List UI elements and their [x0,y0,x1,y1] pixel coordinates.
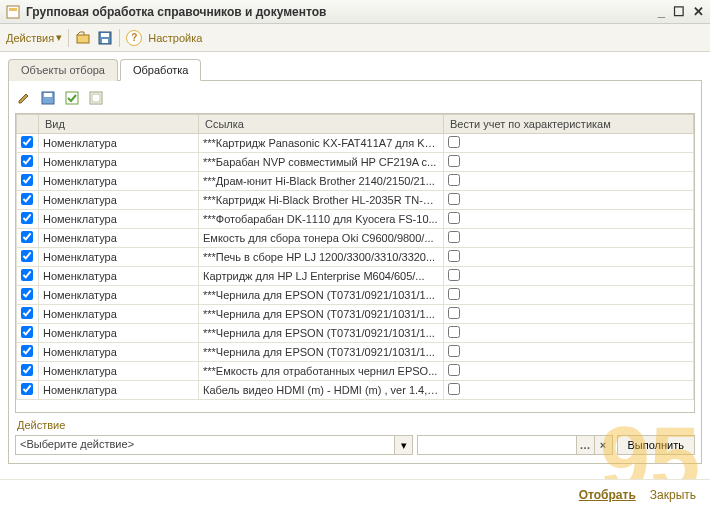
header-char[interactable]: Вести учет по характеристикам [444,115,694,134]
cell-type: Номенклатура [39,134,199,153]
cell-type: Номенклатура [39,191,199,210]
table-row[interactable]: Номенклатура***Чернила для EPSON (T0731/… [17,305,694,324]
row-checkbox[interactable] [21,250,33,262]
table-row[interactable]: Номенклатура***Картридж Panasonic KX-FAT… [17,134,694,153]
cell-type: Номенклатура [39,362,199,381]
char-checkbox[interactable] [448,269,460,281]
action-value-input[interactable]: … × [417,435,613,455]
char-checkbox[interactable] [448,136,460,148]
app-icon [6,5,20,19]
row-checkbox[interactable] [21,193,33,205]
table-row[interactable]: НоменклатураКабель видео HDMI (m) - HDMI… [17,381,694,400]
toolbar: Действия ▾ ? Настройка [0,24,710,52]
actions-menu[interactable]: Действия ▾ [6,31,62,44]
char-checkbox[interactable] [448,193,460,205]
settings-link[interactable]: Настройка [148,32,202,44]
char-checkbox[interactable] [448,288,460,300]
data-grid[interactable]: Вид Ссылка Вести учет по характеристикам… [15,113,695,413]
cell-link: ***Барабан NVP совместимый HP CF219A с..… [199,153,444,172]
tab-objects[interactable]: Объекты отбора [8,59,118,81]
table-row[interactable]: Номенклатура***Чернила для EPSON (T0731/… [17,286,694,305]
close-link[interactable]: Закрыть [650,488,696,502]
minimize-button[interactable]: _ [658,4,665,19]
row-checkbox[interactable] [21,136,33,148]
dropdown-button[interactable]: ▾ [394,436,412,454]
table-row[interactable]: Номенклатура***Драм-юнит Hi-Black Brothe… [17,172,694,191]
table-row[interactable]: Номенклатура***Емкость для отработанных … [17,362,694,381]
save-icon[interactable] [39,89,57,107]
row-checkbox[interactable] [21,288,33,300]
action-value-field[interactable] [418,436,576,454]
cell-type: Номенклатура [39,286,199,305]
clear-value-button[interactable]: × [594,436,612,454]
cell-char [444,305,694,324]
help-icon[interactable]: ? [126,30,142,46]
char-checkbox[interactable] [448,231,460,243]
char-checkbox[interactable] [448,174,460,186]
header-link[interactable]: Ссылка [199,115,444,134]
separator [119,29,120,47]
cell-link: Емкость для сбора тонера Oki C9600/9800/… [199,229,444,248]
cell-link: Картридж для HP LJ Enterprise M604/605/.… [199,267,444,286]
uncheck-all-icon[interactable] [87,89,105,107]
char-checkbox[interactable] [448,250,460,262]
maximize-button[interactable]: ☐ [673,4,685,19]
cell-type: Номенклатура [39,324,199,343]
table-row[interactable]: Номенклатура***Чернила для EPSON (T0731/… [17,343,694,362]
table-row[interactable]: Номенклатура***Барабан NVP совместимый H… [17,153,694,172]
table-row[interactable]: НоменклатураКартридж для HP LJ Enterpris… [17,267,694,286]
edit-icon[interactable] [15,89,33,107]
table-row[interactable]: Номенклатура***Картридж Hi-Black Brother… [17,191,694,210]
row-checkbox[interactable] [21,307,33,319]
execute-button[interactable]: Выполнить [617,435,695,455]
tab-panel: Вид Ссылка Вести учет по характеристикам… [8,81,702,464]
row-checkbox[interactable] [21,326,33,338]
svg-rect-5 [102,39,108,43]
header-type[interactable]: Вид [39,115,199,134]
table-row[interactable]: Номенклатура***Чернила для EPSON (T0731/… [17,324,694,343]
table-row[interactable]: Номенклатура***Печь в сборе HP LJ 1200/3… [17,248,694,267]
action-select[interactable]: <Выберите действие> ▾ [15,435,413,455]
cell-char [444,248,694,267]
check-all-icon[interactable] [63,89,81,107]
svg-rect-7 [44,93,52,97]
cell-char [444,267,694,286]
row-checkbox[interactable] [21,231,33,243]
close-button[interactable]: ✕ [693,4,704,19]
char-checkbox[interactable] [448,345,460,357]
select-button[interactable]: Отобрать [579,488,636,502]
cell-char [444,229,694,248]
row-checkbox[interactable] [21,269,33,281]
cell-link: Кабель видео HDMI (m) - HDMI (m) , ver 1… [199,381,444,400]
char-checkbox[interactable] [448,364,460,376]
row-checkbox[interactable] [21,174,33,186]
table-row[interactable]: Номенклатура***Фотобарабан DK-1110 для K… [17,210,694,229]
cell-char [444,172,694,191]
cell-link: ***Картридж Hi-Black Brother HL-2035R TN… [199,191,444,210]
cell-char [444,134,694,153]
row-checkbox[interactable] [21,364,33,376]
save-icon[interactable] [97,30,113,46]
header-check[interactable] [17,115,39,134]
cell-char [444,324,694,343]
window-controls: _ ☐ ✕ [658,4,704,19]
open-icon[interactable] [75,30,91,46]
row-checkbox[interactable] [21,345,33,357]
char-checkbox[interactable] [448,326,460,338]
cell-link: ***Емкость для отработанных чернил EPSO.… [199,362,444,381]
char-checkbox[interactable] [448,307,460,319]
cell-char [444,343,694,362]
row-checkbox[interactable] [21,155,33,167]
char-checkbox[interactable] [448,155,460,167]
svg-rect-1 [9,8,17,11]
cell-type: Номенклатура [39,381,199,400]
char-checkbox[interactable] [448,212,460,224]
char-checkbox[interactable] [448,383,460,395]
cell-char [444,191,694,210]
table-row[interactable]: НоменклатураЕмкость для сбора тонера Oki… [17,229,694,248]
select-value-button[interactable]: … [576,436,594,454]
row-checkbox[interactable] [21,212,33,224]
row-checkbox[interactable] [21,383,33,395]
grid-toolbar [15,87,695,113]
tab-processing[interactable]: Обработка [120,59,201,81]
